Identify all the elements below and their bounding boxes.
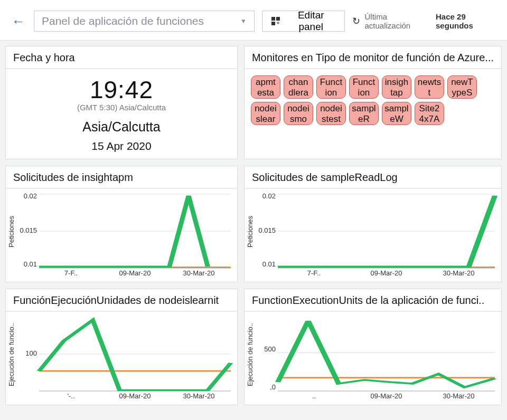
card-body: Peticiones 0.02 0.015 0.01 <box>245 189 501 282</box>
monitor-badge[interactable]: nodeismo <box>284 102 313 125</box>
monitor-badge[interactable]: nodeistest <box>316 102 346 125</box>
monitor-badge[interactable]: sampleW <box>382 102 411 125</box>
svg-rect-2 <box>271 22 275 25</box>
monitor-badge[interactable]: Function <box>349 75 379 99</box>
xtick: 30-Mar-20 <box>167 269 231 280</box>
chart-plot <box>39 194 231 268</box>
xtick: 30-Mar-20 <box>422 392 495 403</box>
chart-plot <box>39 317 231 391</box>
monitor-badge[interactable]: Site24x7A <box>415 102 444 125</box>
monitor-badge[interactable]: sampleR <box>349 102 379 125</box>
svg-text:+: + <box>276 20 279 26</box>
chart-ylabel: Peticiones <box>7 192 16 271</box>
ytick: 0.01 <box>255 260 276 268</box>
monitor-badge[interactable]: Function <box>316 75 346 99</box>
ytick: ,0 <box>255 383 276 391</box>
monitors-list: apmtestachandleraFunctionFunctioninsight… <box>245 69 501 131</box>
chart-yticks: 500 ,0 <box>255 315 278 391</box>
chart-yticks: 0.02 0.015 0.01 <box>16 192 39 268</box>
chart-area: 0.02 0.015 0.01 7-F.. 09-Mar-20 <box>16 192 233 280</box>
ytick: 0.02 <box>16 192 37 200</box>
xtick: 30-Mar-20 <box>422 269 495 280</box>
clock-tz: (GMT 5:30) Asia/Calcutta <box>12 103 231 112</box>
card-title: Fecha y hora <box>6 46 237 69</box>
chart-ylabel: Peticiones <box>246 192 255 271</box>
card-title: Solicitudes de insightapm <box>6 166 237 189</box>
panel-dropdown-label: Panel de aplicación de funciones <box>42 15 204 27</box>
card-body: Peticiones 0.02 0.015 0.01 <box>6 189 237 282</box>
chart-area: 500 ,0 .. 09-Mar-20 30-Mar-20 <box>255 315 497 403</box>
card-body: Ejecución de funcio.. 100 '-.. <box>6 312 237 405</box>
chart-ylabel: Ejecución de funcio.. <box>7 315 16 394</box>
refresh-time: Hace 29 segundos <box>436 12 502 30</box>
chart-yticks: 0.02 0.015 0.01 <box>255 192 278 268</box>
clock-location: Asia/Calcutta <box>12 119 231 135</box>
chart-area: 100 '-.. 09-Mar-20 30-Mar-20 <box>16 315 233 403</box>
xtick: 09-Mar-20 <box>350 269 422 280</box>
chart-area: 0.02 0.015 0.01 7-F.. 09-Mar-20 <box>255 192 497 280</box>
card-title: Monitores en Tipo de monitor de función … <box>245 46 501 69</box>
clock-time: 19:42 <box>12 75 231 104</box>
panel-dropdown[interactable]: Panel de aplicación de funciones ▼ <box>34 11 255 32</box>
card-chart-nodeislearnit: FunciónEjecuciónUnidades de nodeislearni… <box>5 289 238 405</box>
chart-ylabel: Ejecución de funcio.. <box>246 315 255 394</box>
card-chart-samplereadlog: Solicitudes de sampleReadLog Peticiones … <box>244 166 502 282</box>
monitor-badge[interactable]: insightap <box>382 75 411 99</box>
card-chart-funcapp: FunctionExecutionUnits de la aplicación … <box>244 289 502 405</box>
ytick: 0.015 <box>16 226 37 234</box>
ytick: 0.015 <box>255 226 276 234</box>
refresh-button[interactable]: ↻ Última actualización Hace 29 segundos <box>352 12 502 30</box>
chart-xaxis: 7-F.. 09-Mar-20 30-Mar-20 <box>278 269 495 280</box>
card-body: Ejecución de funcio.. 500 ,0 .. <box>245 312 501 405</box>
chart-xaxis: '-.. 09-Mar-20 30-Mar-20 <box>39 392 231 403</box>
card-title: FunciónEjecuciónUnidades de nodeislearni… <box>6 289 237 312</box>
edit-panel-button[interactable]: + Editar panel <box>262 11 345 32</box>
monitor-badge[interactable]: newtst <box>415 75 444 99</box>
refresh-label: Última actualización <box>364 12 431 30</box>
chart-plot <box>278 194 495 268</box>
chart-xaxis: 7-F.. 09-Mar-20 30-Mar-20 <box>39 269 231 280</box>
monitor-badge[interactable]: apmtesta <box>251 75 280 99</box>
back-arrow-icon[interactable]: ← <box>11 13 26 30</box>
monitor-badge[interactable]: nodeislear <box>251 102 280 125</box>
ytick: 0.01 <box>16 260 37 268</box>
card-title: FunctionExecutionUnits de la aplicación … <box>245 289 501 312</box>
card-datetime: Fecha y hora 19:42 (GMT 5:30) Asia/Calcu… <box>5 46 238 159</box>
card-body: 19:42 (GMT 5:30) Asia/Calcutta Asia/Calc… <box>6 69 237 159</box>
xtick: 09-Mar-20 <box>103 269 167 280</box>
xtick: 09-Mar-20 <box>350 392 422 403</box>
clock-date: 15 Apr 2020 <box>12 140 231 152</box>
xtick: .. <box>278 392 350 403</box>
xtick: 09-Mar-20 <box>103 392 167 403</box>
monitor-badge[interactable]: chandlera <box>284 75 313 99</box>
svg-rect-0 <box>271 17 275 21</box>
chart-xaxis: .. 09-Mar-20 30-Mar-20 <box>278 392 495 403</box>
chevron-down-icon: ▼ <box>240 17 247 25</box>
card-chart-insightapm: Solicitudes de insightapm Peticiones 0.0… <box>5 166 238 282</box>
edit-panel-icon: + <box>271 16 280 26</box>
topbar: ← Panel de aplicación de funciones ▼ + E… <box>0 0 507 41</box>
chart-plot <box>278 317 495 391</box>
edit-panel-label: Editar panel <box>286 9 336 33</box>
xtick: 7-F.. <box>39 269 103 280</box>
ytick: 100 <box>16 349 37 357</box>
dashboard-grid: Fecha y hora 19:42 (GMT 5:30) Asia/Calcu… <box>0 41 507 411</box>
ytick: 0.02 <box>255 192 276 200</box>
xtick: 7-F.. <box>278 269 350 280</box>
ytick: 500 <box>255 345 276 353</box>
card-title: Solicitudes de sampleReadLog <box>245 166 501 189</box>
xtick: 30-Mar-20 <box>167 392 231 403</box>
card-monitors: Monitores en Tipo de monitor de función … <box>244 46 502 159</box>
chart-yticks: 100 <box>16 315 39 391</box>
monitor-badge[interactable]: newTypeS <box>447 75 477 99</box>
xtick: '-.. <box>39 392 103 403</box>
refresh-icon: ↻ <box>352 15 360 27</box>
